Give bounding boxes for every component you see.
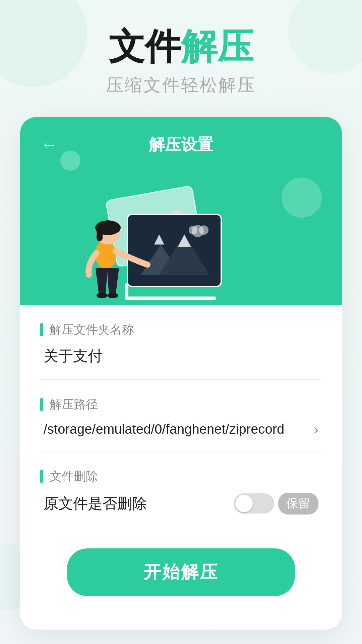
extract-path-label: 解压路径 [40,396,322,413]
back-button[interactable]: ← [40,135,58,155]
toggle-state-text: 保留 [278,493,318,515]
card-body: 解压文件夹名称 关于支付 解压路径 /storage/emulated/0/fa… [20,305,342,630]
start-button[interactable]: 开始解压 [67,548,295,596]
toggle-group[interactable]: 保留 [234,493,318,515]
extract-path-section[interactable]: 解压路径 /storage/emulated/0/fanghenet/zipre… [40,380,322,451]
start-button-wrap: 开始解压 [40,528,322,609]
toggle-label: 原文件是否删除 [44,494,147,514]
svg-point-10 [199,225,208,235]
main-title-black: 文件 [109,26,181,67]
extract-path-value: /storage/emulated/0/fanghenet/ziprecord [44,422,284,437]
subtitle: 压缩文件轻松解压 [106,73,256,97]
main-title-green: 解压 [181,26,253,67]
svg-point-16 [97,293,107,298]
title-section: 文件解压 压缩文件轻松解压 [106,27,256,97]
toggle-row: 原文件是否删除 保留 [40,493,322,515]
folder-name-label: 解压文件夹名称 [40,322,322,338]
folder-name-section: 解压文件夹名称 关于支付 [40,305,322,380]
main-title: 文件解压 [106,27,256,67]
card-header: ← 解压设置 [20,117,342,305]
file-delete-section: 文件删除 原文件是否删除 保留 [40,451,322,528]
extract-path-row[interactable]: /storage/emulated/0/fanghenet/ziprecord … [40,421,322,438]
svg-rect-4 [127,214,221,286]
file-delete-label: 文件删除 [40,468,322,485]
svg-point-11 [189,226,197,234]
illustration [20,151,342,305]
svg-rect-15 [97,224,103,241]
svg-point-17 [107,293,118,298]
main-card: ← 解压设置 [20,117,342,630]
page-content: 文件解压 压缩文件轻松解压 ← 解压设置 [0,0,362,644]
chevron-right-icon: › [313,421,318,438]
folder-name-value: 关于支付 [40,346,322,366]
card-header-top: ← 解压设置 [20,117,342,155]
header-title: 解压设置 [64,134,298,155]
toggle-switch[interactable] [234,493,274,514]
